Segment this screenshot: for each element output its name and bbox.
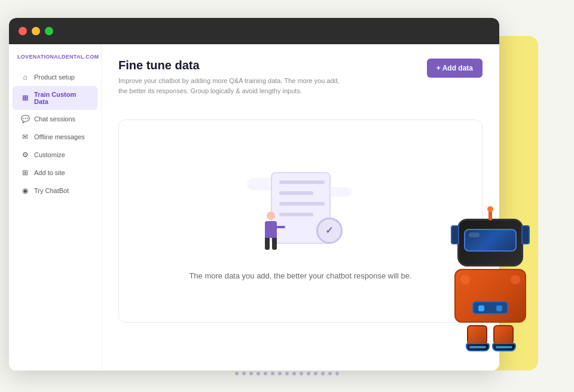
dot-10 <box>300 372 303 375</box>
sidebar-item-product-setup[interactable]: ⌂ Product setup <box>13 68 97 86</box>
sidebar-item-chat-sessions[interactable]: 💬 Chat sessions <box>13 110 97 128</box>
robot-head <box>457 219 523 267</box>
person-leg-right <box>272 238 277 250</box>
dot-12 <box>314 372 317 375</box>
dot-15 <box>335 372 339 375</box>
dot-1 <box>235 372 239 375</box>
person-arm <box>274 226 285 228</box>
chat-icon: 💬 <box>21 115 29 123</box>
robot-figure <box>448 219 532 338</box>
message-circle-icon: ◉ <box>21 186 29 195</box>
browser-window: LOVENATIONALDENTAL.COM ⌂ Product setup ⊞… <box>9 18 499 370</box>
sidebar-item-train-custom-data[interactable]: ⊞ Train Custom Data <box>13 86 97 110</box>
plus-square-icon: ⊞ <box>21 169 29 177</box>
person-legs <box>265 238 277 250</box>
dot-9 <box>292 372 296 375</box>
sidebar-item-customize[interactable]: ⚙ Customize <box>13 146 97 164</box>
dot-11 <box>307 372 310 375</box>
add-data-button[interactable]: + Add data <box>427 59 483 78</box>
empty-state-text: The more data you add, the better your c… <box>189 270 411 283</box>
sidebar-label-chat-sessions: Chat sessions <box>34 115 75 122</box>
sidebar-item-offline-messages[interactable]: ✉ Offline messages <box>13 128 97 146</box>
sidebar-domain: LOVENATIONALDENTAL.COM <box>9 54 101 68</box>
dot-6 <box>271 372 274 375</box>
doc-line-4 <box>279 213 314 216</box>
sidebar-label-try-chatbot: Try ChatBot <box>34 187 69 194</box>
dot-13 <box>321 372 325 375</box>
maximize-dot[interactable] <box>45 27 53 35</box>
header-row: Fine tune data Improve your chatbot by a… <box>118 59 483 108</box>
minimize-dot[interactable] <box>32 27 40 35</box>
illustration: ✓ <box>247 160 355 256</box>
mail-icon: ✉ <box>21 133 29 141</box>
sidebar-label-product-setup: Product setup <box>34 74 75 81</box>
person-head <box>267 212 275 220</box>
sidebar-label-add-to-site: Add to site <box>34 169 65 176</box>
grid-icon: ⊞ <box>21 94 29 102</box>
robot-ear-right <box>521 225 530 244</box>
sidebar-label-customize: Customize <box>34 151 65 158</box>
robot-ear-left <box>451 225 459 244</box>
robot-leg-right <box>493 325 514 347</box>
robot-chest-light-2 <box>496 305 502 311</box>
browser-bar <box>9 18 499 44</box>
settings-icon: ⚙ <box>21 151 29 159</box>
header-text: Fine tune data Improve your chatbot by a… <box>118 59 346 108</box>
sidebar: LOVENATIONALDENTAL.COM ⌂ Product setup ⊞… <box>9 44 102 370</box>
home-icon: ⌂ <box>21 73 29 81</box>
page-description: Improve your chatbot by adding more Q&A … <box>118 76 346 96</box>
robot-decoration <box>430 219 550 374</box>
dot-5 <box>264 372 267 375</box>
dots-decoration <box>235 372 339 375</box>
robot-body <box>454 269 526 323</box>
sidebar-label-train-custom-data: Train Custom Data <box>34 91 89 105</box>
dot-3 <box>249 372 253 375</box>
app-content: LOVENATIONALDENTAL.COM ⌂ Product setup ⊞… <box>9 44 499 370</box>
doc-line-3 <box>279 202 325 206</box>
checkmark-icon: ✓ <box>325 225 333 236</box>
close-dot[interactable] <box>19 27 27 35</box>
doc-line-1 <box>279 180 325 184</box>
doc-line-2 <box>279 191 314 195</box>
page-title: Fine tune data <box>118 59 346 72</box>
sidebar-label-offline-messages: Offline messages <box>34 133 85 140</box>
sidebar-item-add-to-site[interactable]: ⊞ Add to site <box>13 164 97 182</box>
robot-chest-light-1 <box>478 305 484 311</box>
robot-chest-panel <box>472 301 508 314</box>
person-figure <box>265 212 277 250</box>
dot-2 <box>242 372 246 375</box>
person-body <box>265 221 277 238</box>
dot-8 <box>285 372 289 375</box>
empty-state-card: ✓ The more data you add, th <box>118 120 483 323</box>
person-leg-left <box>265 238 270 250</box>
robot-leg-left <box>467 325 487 347</box>
robot-visor <box>464 229 517 252</box>
dot-7 <box>278 372 282 375</box>
robot-foot-left <box>466 343 490 351</box>
dot-4 <box>257 372 260 375</box>
robot-antenna <box>488 210 492 220</box>
robot-foot-right <box>492 343 516 351</box>
robot-legs <box>448 325 532 347</box>
badge-circle: ✓ <box>316 218 343 244</box>
sidebar-item-try-chatbot[interactable]: ◉ Try ChatBot <box>13 182 97 200</box>
dot-14 <box>328 372 332 375</box>
